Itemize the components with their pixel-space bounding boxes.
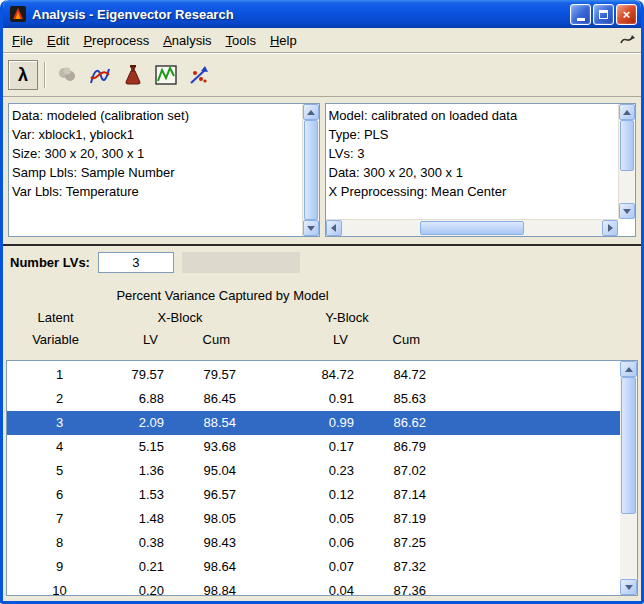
cell-latent: 5 — [7, 459, 112, 483]
minimize-button[interactable] — [570, 4, 591, 25]
model-panel-vscrollbar[interactable] — [618, 104, 635, 219]
table-row[interactable]: 1 79.57 79.57 84.72 84.72 — [7, 363, 620, 387]
arrow-left-icon — [331, 224, 336, 232]
menu-preprocess[interactable]: Preprocess — [76, 30, 156, 51]
latent-header: Latent — [3, 307, 108, 329]
table-rows: 1 79.57 79.57 84.72 84.72 2 6.88 86.45 0… — [7, 361, 620, 595]
scroll-track[interactable] — [619, 120, 635, 203]
scroll-thumb[interactable] — [620, 120, 634, 171]
cell-y-lv: 0.12 — [256, 483, 374, 507]
toolbar: λ — [3, 53, 641, 97]
scroll-left-button[interactable] — [326, 220, 342, 236]
app-icon — [9, 5, 27, 23]
cell-latent: 2 — [7, 387, 112, 411]
table-row[interactable]: 10 0.20 98.84 0.04 87.36 — [7, 579, 620, 595]
model-panel-hscrollbar[interactable] — [326, 219, 619, 236]
cell-y-cum: 87.19 — [374, 507, 446, 531]
cell-latent: 8 — [7, 531, 112, 555]
number-lvs-field[interactable]: 3 — [98, 252, 174, 273]
cell-x-cum: 86.45 — [184, 387, 256, 411]
info-line: X Preprocessing: Mean Center — [329, 182, 616, 201]
data-info-panel[interactable]: Data: modeled (calibration set) Var: xbl… — [8, 103, 320, 237]
menu-analysis[interactable]: Analysis — [156, 30, 218, 51]
scroll-down-button[interactable] — [303, 220, 319, 236]
menu-edit[interactable]: Edit — [40, 30, 76, 51]
menu-tools[interactable]: Tools — [219, 30, 263, 51]
table-vscrollbar[interactable] — [620, 361, 637, 595]
scroll-thumb[interactable] — [621, 377, 636, 514]
dock-arrow-icon[interactable] — [617, 31, 639, 49]
scroll-up-button[interactable] — [303, 104, 319, 120]
table-row[interactable]: 9 0.21 98.64 0.07 87.32 — [7, 555, 620, 579]
scroll-track[interactable] — [342, 220, 603, 236]
cell-latent: 6 — [7, 483, 112, 507]
sample-flask-button[interactable] — [118, 60, 148, 90]
scroll-thumb[interactable] — [420, 221, 524, 235]
cell-x-cum: 95.04 — [184, 459, 256, 483]
window-controls: × — [570, 4, 637, 25]
arrow-down-icon — [623, 209, 631, 214]
info-line: Size: 300 x 20, 300 x 1 — [12, 144, 299, 163]
number-lvs-row: Number LVs: 3 — [3, 247, 641, 277]
lambda-tool-button[interactable]: λ — [8, 60, 38, 90]
refine-disabled-icon — [55, 63, 79, 87]
scroll-track[interactable] — [303, 120, 319, 220]
biplot-button[interactable] — [184, 60, 214, 90]
scroll-track[interactable] — [620, 377, 637, 579]
cell-y-cum: 87.14 — [374, 483, 446, 507]
loadings-plot-button[interactable] — [151, 60, 181, 90]
scroll-up-button[interactable] — [620, 361, 637, 377]
table-row[interactable]: 7 1.48 98.05 0.05 87.19 — [7, 507, 620, 531]
variance-table-header: Percent Variance Captured by Model Laten… — [3, 277, 641, 360]
cell-y-lv: 0.07 — [256, 555, 374, 579]
scroll-up-button[interactable] — [619, 104, 635, 120]
cell-y-cum: 87.25 — [374, 531, 446, 555]
menu-file[interactable]: File — [5, 30, 40, 51]
scroll-thumb[interactable] — [304, 120, 318, 220]
x-block-header: X-Block — [108, 307, 252, 329]
cell-y-lv: 84.72 — [256, 363, 374, 387]
table-row[interactable]: 2 6.88 86.45 0.91 85.63 — [7, 387, 620, 411]
loadings-plot-icon — [154, 63, 178, 87]
info-line: Model: calibrated on loaded data — [329, 106, 616, 125]
maximize-button[interactable] — [593, 4, 614, 25]
app-window: Analysis - Eigenvector Research × File E… — [0, 0, 644, 604]
menu-bar: File Edit Preprocess Analysis Tools Help — [3, 28, 641, 53]
table-row[interactable]: 6 1.53 96.57 0.12 87.14 — [7, 483, 620, 507]
cell-x-lv: 5.15 — [112, 435, 184, 459]
cell-y-lv: 0.23 — [256, 459, 374, 483]
cell-x-cum: 79.57 — [184, 363, 256, 387]
divider — [3, 244, 641, 246]
cell-y-lv: 0.17 — [256, 435, 374, 459]
info-line: Data: modeled (calibration set) — [12, 106, 299, 125]
variance-table-listbox[interactable]: 1 79.57 79.57 84.72 84.72 2 6.88 86.45 0… — [6, 360, 638, 596]
cell-x-lv: 1.53 — [112, 483, 184, 507]
refine-tool-button — [52, 60, 82, 90]
table-title: Percent Variance Captured by Model — [3, 285, 442, 307]
scroll-right-button[interactable] — [602, 220, 618, 236]
table-row[interactable]: 8 0.38 98.43 0.06 87.25 — [7, 531, 620, 555]
cell-y-cum: 87.02 — [374, 459, 446, 483]
data-panel-vscrollbar[interactable] — [302, 104, 319, 236]
arrow-up-icon — [625, 367, 633, 372]
table-row[interactable]: 3 2.09 88.54 0.99 86.62 — [7, 411, 620, 435]
title-bar[interactable]: Analysis - Eigenvector Research × — [3, 0, 641, 28]
cell-latent: 10 — [7, 579, 112, 595]
table-row[interactable]: 5 1.36 95.04 0.23 87.02 — [7, 459, 620, 483]
scores-plot-button[interactable] — [85, 60, 115, 90]
menu-help[interactable]: Help — [263, 30, 304, 51]
toolbar-separator — [44, 62, 46, 88]
scroll-down-button[interactable] — [619, 203, 635, 219]
info-line: Data: 300 x 20, 300 x 1 — [329, 163, 616, 182]
close-button[interactable]: × — [616, 4, 637, 25]
cell-x-cum: 88.54 — [184, 411, 256, 435]
cell-x-lv: 0.38 — [112, 531, 184, 555]
model-info-panel[interactable]: Model: calibrated on loaded data Type: P… — [325, 103, 637, 237]
scroll-down-button[interactable] — [620, 579, 637, 595]
info-line: LVs: 3 — [329, 144, 616, 163]
cell-x-cum: 98.84 — [184, 579, 256, 595]
cell-y-cum: 86.79 — [374, 435, 446, 459]
table-row[interactable]: 4 5.15 93.68 0.17 86.79 — [7, 435, 620, 459]
cell-latent: 3 — [7, 411, 112, 435]
cell-x-cum: 98.05 — [184, 507, 256, 531]
